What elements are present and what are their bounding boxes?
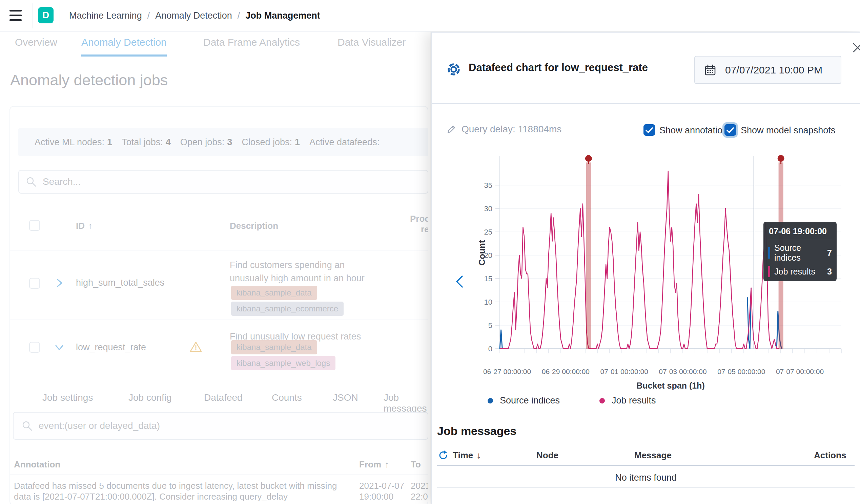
header-divider (60, 3, 60, 28)
show-model-snapshots-label[interactable]: Show model snapshots (741, 125, 835, 136)
table-divider (437, 487, 855, 488)
column-header-message[interactable]: Message (634, 450, 672, 461)
y-tick-label: 25 (484, 228, 492, 236)
flyout-mask (0, 31, 431, 504)
x-tick-label: 07-07 00:00:00 (776, 368, 824, 375)
y-tick-label: 30 (484, 205, 492, 213)
x-tick-label: 07-03 00:00:00 (659, 368, 706, 375)
show-annotations-checkbox[interactable] (644, 124, 655, 136)
table-divider (437, 465, 855, 466)
x-axis-title: Bucket span (1h) (636, 381, 704, 390)
x-tick-label: 07-01 00:00:00 (600, 368, 648, 375)
tooltip-row-job-results: Job results 3 (768, 266, 832, 277)
show-annotations-label[interactable]: Show annotations (659, 125, 732, 136)
column-header-time[interactable]: Time↓ (453, 450, 481, 461)
refresh-icon[interactable] (438, 450, 449, 461)
breadcrumb-machine-learning[interactable]: Machine Learning (69, 11, 142, 21)
series-swatch (768, 247, 770, 258)
job-messages-heading: Job messages (437, 425, 516, 438)
x-tick-label: 07-05 00:00:00 (717, 368, 765, 375)
series-swatch (768, 266, 770, 277)
breadcrumb-separator: / (238, 11, 240, 21)
annotation-marker (585, 155, 592, 162)
header-divider (32, 3, 33, 28)
datafeed-icon (447, 63, 460, 76)
menu-icon[interactable] (10, 10, 22, 21)
x-tick-label: 06-29 00:00:00 (542, 368, 590, 375)
series-job-results (500, 171, 779, 349)
y-tick-label: 20 (484, 251, 492, 260)
column-header-node[interactable]: Node (536, 450, 558, 461)
top-header: D Machine Learning / Anomaly Detection /… (0, 0, 860, 31)
calendar-icon (704, 64, 716, 76)
breadcrumb-job-management: Job Management (245, 11, 320, 21)
tooltip-timestamp: 07-06 19:00:00 (768, 225, 832, 240)
breadcrumb: Machine Learning / Anomaly Detection / J… (69, 0, 320, 31)
sort-desc-icon: ↓ (476, 450, 481, 460)
query-delay-text: Query delay: 118804ms (461, 124, 561, 135)
annotation-band (586, 162, 591, 349)
empty-table-message: No items found (437, 473, 855, 483)
chart-tooltip: 07-06 19:00:00 Source indices 7 Job resu… (763, 222, 836, 281)
legend-job-results[interactable]: Job results (599, 395, 656, 406)
flyout-title: Datafeed chart for low_request_rate (469, 62, 648, 74)
flyout-header-divider (432, 103, 860, 104)
date-picker-button[interactable]: 07/07/2021 10:00 PM (694, 56, 841, 84)
breadcrumb-anomaly-detection[interactable]: Anomaly Detection (155, 11, 232, 21)
breadcrumb-separator: / (147, 11, 150, 21)
datafeed-chart-flyout: Datafeed chart for low_request_rate 07/0… (431, 32, 860, 504)
series-source-indices (500, 330, 502, 349)
legend-source-indices[interactable]: Source indices (488, 395, 560, 406)
tooltip-row-source-indices: Source indices 7 (768, 243, 832, 263)
pencil-icon (447, 124, 456, 134)
y-tick-label: 15 (484, 275, 492, 283)
legend-dot (488, 398, 493, 403)
y-tick-label: 35 (484, 181, 492, 190)
date-picker-value: 07/07/2021 10:00 PM (725, 64, 822, 76)
y-tick-label: 0 (488, 344, 492, 353)
legend-dot (599, 398, 605, 403)
column-header-actions: Actions (814, 450, 846, 461)
chart-previous-button[interactable] (453, 273, 468, 290)
x-tick-label: 06-27 00:00:00 (483, 368, 531, 375)
y-tick-label: 5 (488, 321, 492, 330)
annotation-marker (778, 155, 785, 162)
y-tick-label: 10 (484, 298, 492, 306)
close-icon[interactable] (851, 41, 860, 55)
query-delay[interactable]: Query delay: 118804ms (447, 124, 561, 135)
show-model-snapshots-checkbox[interactable] (725, 124, 736, 136)
space-logo[interactable]: D (38, 7, 54, 23)
app-window: D Machine Learning / Anomaly Detection /… (0, 0, 860, 504)
